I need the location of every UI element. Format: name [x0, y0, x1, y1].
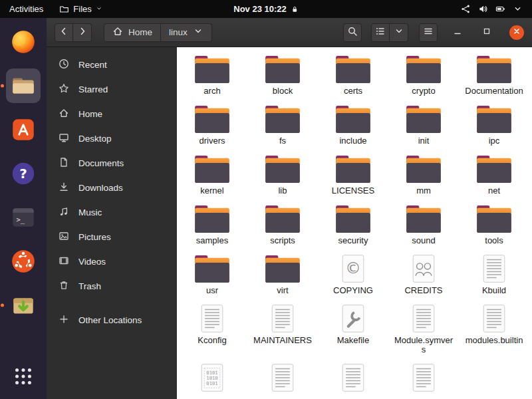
file-item-arch[interactable]: arch: [179, 54, 245, 96]
file-item-tools[interactable]: tools: [461, 203, 527, 245]
sidebar-item-videos[interactable]: Videos: [47, 249, 177, 274]
file-item-include[interactable]: include: [320, 104, 386, 146]
file-name: block: [273, 86, 293, 96]
path-button-current[interactable]: linux: [161, 23, 212, 42]
sidebar-item-documents[interactable]: Documents: [47, 151, 177, 176]
files-window: Home linux: [47, 18, 532, 399]
file-item-lib[interactable]: lib: [249, 154, 316, 196]
text-file-icon: [411, 362, 436, 393]
file-item-unnamed[interactable]: 010110100101: [179, 362, 245, 395]
file-item-usr[interactable]: usr: [179, 253, 245, 295]
sidebar-item-label: Music: [78, 207, 102, 217]
sidebar-item-downloads[interactable]: Downloads: [47, 176, 177, 200]
view-options-button[interactable]: [390, 23, 408, 42]
folder-icon: [334, 203, 372, 234]
file-item-Kbuild[interactable]: Kbuild: [461, 253, 527, 295]
file-item-init[interactable]: init: [390, 104, 457, 146]
sidebar-item-label: Trash: [78, 281, 101, 291]
chevron-down-icon: [394, 26, 404, 39]
svg-text:©: ©: [345, 259, 361, 277]
file-item-Kconfig[interactable]: Kconfig: [179, 303, 245, 354]
file-item-unnamed[interactable]: [390, 362, 457, 395]
menu-button[interactable]: [419, 23, 438, 42]
clock-icon: [59, 59, 69, 71]
file-name: Documentation: [465, 86, 523, 96]
dock-item-app-grid[interactable]: [6, 359, 41, 394]
file-item-modules.builtin[interactable]: modules.builtin: [461, 303, 527, 354]
clock-button[interactable]: Nov 23 10:22: [233, 4, 299, 14]
file-item-ipc[interactable]: ipc: [461, 104, 527, 146]
network-icon[interactable]: [461, 4, 471, 14]
sidebar-item-starred[interactable]: Starred: [47, 77, 177, 102]
file-item-drivers[interactable]: drivers: [179, 104, 245, 146]
dock-item-firefox[interactable]: [6, 25, 41, 59]
file-item-mm[interactable]: mm: [390, 154, 457, 196]
file-item-fs[interactable]: fs: [249, 104, 316, 146]
sidebar-item-label: Documents: [78, 158, 124, 168]
minimize-button[interactable]: [451, 26, 464, 39]
maximize-button[interactable]: [480, 26, 493, 39]
file-item-net[interactable]: net: [461, 154, 527, 196]
file-item-kernel[interactable]: kernel: [179, 154, 245, 196]
file-name: lib: [278, 186, 287, 196]
search-button[interactable]: [343, 23, 362, 42]
file-item-CREDITS[interactable]: CREDITS: [390, 253, 457, 295]
close-button[interactable]: [509, 25, 524, 40]
back-button[interactable]: [55, 23, 73, 42]
file-item-unnamed[interactable]: [249, 362, 316, 395]
app-menu[interactable]: Files: [53, 0, 108, 18]
sidebar-item-recent[interactable]: Recent: [47, 53, 177, 77]
dock-item-ubuntu-software[interactable]: [6, 112, 41, 147]
folder-icon: [405, 154, 442, 184]
path-button-home[interactable]: Home: [104, 23, 161, 42]
file-item-samples[interactable]: samples: [179, 203, 245, 245]
folder-icon: [334, 104, 372, 134]
text-file-icon: [200, 303, 225, 334]
dock-item-help[interactable]: ?: [6, 156, 41, 191]
dock-item-archive[interactable]: [6, 288, 41, 323]
file-item-sound[interactable]: sound: [390, 203, 457, 245]
file-item-MAINTAINERS[interactable]: MAINTAINERS: [249, 303, 316, 354]
folder-icon: [264, 154, 301, 184]
sidebar-item-home[interactable]: Home: [47, 102, 177, 126]
folder-icon: [334, 154, 372, 184]
system-tray[interactable]: [461, 0, 532, 18]
dock-item-files[interactable]: [6, 68, 41, 103]
sidebar-item-pictures[interactable]: Pictures: [47, 225, 177, 249]
ubuntu-logo-icon: [9, 247, 37, 275]
file-item-scripts[interactable]: scripts: [249, 203, 316, 245]
file-item-certs[interactable]: certs: [320, 54, 386, 96]
forward-button[interactable]: [73, 23, 92, 42]
plus-icon: [59, 314, 69, 327]
file-item-virt[interactable]: virt: [249, 253, 316, 295]
folder-icon: [405, 203, 442, 234]
sidebar-item-other-locations[interactable]: Other Locations: [47, 308, 177, 332]
file-item-Module.symvers[interactable]: Module.symvers: [390, 303, 457, 354]
file-item-COPYING[interactable]: ©COPYING: [320, 253, 386, 295]
file-item-security[interactable]: security: [320, 203, 386, 245]
file-item-Makefile[interactable]: Makefile: [320, 303, 386, 354]
activities-button[interactable]: Activities: [0, 0, 53, 18]
nav-buttons: [55, 23, 92, 42]
binary-file-icon: 010110100101: [200, 362, 225, 393]
svg-text:>_: >_: [17, 215, 25, 224]
sidebar-item-music[interactable]: Music: [47, 200, 177, 225]
dock-item-ubuntu-logo[interactable]: [6, 244, 41, 279]
file-item-crypto[interactable]: crypto: [390, 54, 457, 96]
volume-icon[interactable]: [478, 4, 488, 14]
sidebar-item-trash[interactable]: Trash: [47, 274, 177, 299]
file-item-unnamed[interactable]: [320, 362, 386, 395]
clock-label: Nov 23 10:22: [233, 4, 287, 14]
sidebar-item-desktop[interactable]: Desktop: [47, 126, 177, 151]
svg-text:?: ?: [19, 166, 27, 182]
firefox-icon: [9, 28, 37, 56]
battery-icon[interactable]: [495, 4, 505, 14]
file-item-Documentation[interactable]: Documentation: [461, 54, 527, 96]
chevron-down-icon[interactable]: [513, 4, 523, 14]
folder-icon: [334, 54, 372, 84]
file-item-LICENSES[interactable]: LICENSES: [320, 154, 386, 196]
dock-item-terminal[interactable]: >_: [6, 200, 41, 235]
chevron-right-icon: [77, 26, 88, 39]
file-item-block[interactable]: block: [249, 54, 316, 96]
list-view-button[interactable]: [371, 23, 390, 42]
